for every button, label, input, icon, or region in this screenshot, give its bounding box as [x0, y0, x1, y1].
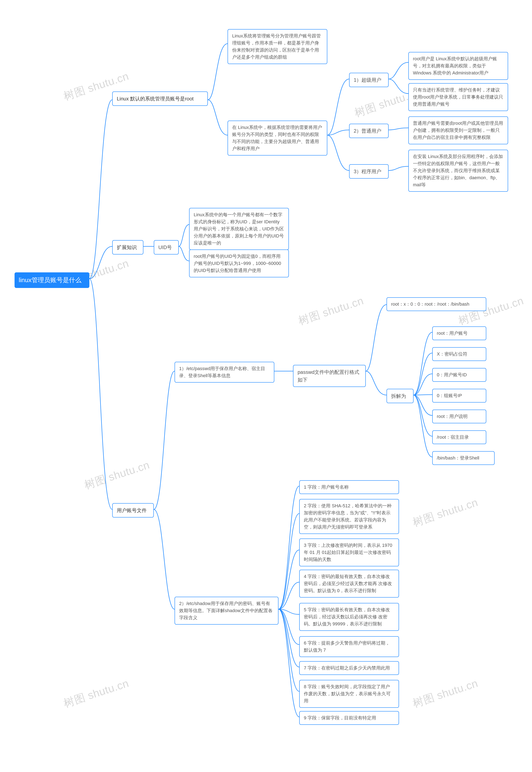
leaf-shadow-s5: 5 字段：密码的最长有效天数，自本次修改密码后，经过该天数以后必须再次修 改密码…: [299, 603, 399, 631]
leaf-passwd-sample: root：x：0：0：root：/root：/bin/bash: [387, 297, 486, 311]
leaf-shadow-s4: 4 字段：密码的最短有效天数，自本次修改密码后，必须至少经过该天数才能再 次修改…: [299, 570, 399, 598]
leaf-passwd-split: 拆解为: [387, 389, 414, 403]
leaf-passwd-p1: root：用户账号: [432, 326, 486, 340]
leaf-uid-d1: Linux系统中的每一个用户账号都有一个数字形式的身份标记，称为UID，是ser…: [189, 208, 289, 250]
leaf-passwd-p5: root：用户说明: [432, 410, 486, 423]
leaf-superuser[interactable]: 1）超级用户: [349, 73, 389, 87]
branch-default-admin[interactable]: Linux 默认的系统管理员账号是root: [112, 91, 208, 106]
watermark: 树图 shutu.cn: [62, 676, 131, 711]
watermark: 树图 shutu.cn: [411, 676, 480, 711]
leaf-a1-c1: Linux系统将管理账号分为管理用户账号跟管理组账号，作用本质一样，都是基于用户…: [228, 29, 327, 64]
leaf-normaluser[interactable]: 2）普通用户: [349, 124, 389, 138]
watermark: 树图 shutu.cn: [297, 293, 366, 328]
leaf-shadow-s6: 6 字段：提前多少天警告用户密码将过期，默认值为 7: [299, 636, 399, 657]
leaf-passwd-p3: 0：用户账号ID: [432, 368, 486, 382]
leaf-shadow-s7: 7 字段：在密码过期之后多少天内禁用此用: [299, 661, 399, 675]
leaf-shadow-s3: 3 字段：上次修改密码的时间，表示从 1970 年 01 月 01起始日算起到最…: [299, 539, 399, 566]
leaf-shadow-s8: 8 字段：账号失效时间，此字段指定了用户作废的天数，默认值为空，表示账号永久可用: [299, 680, 399, 708]
leaf-passwd-p2: X：密码占位符: [432, 347, 486, 361]
root-node[interactable]: linux管理员账号是什么: [15, 272, 89, 288]
leaf-superuser-d1: root用户是 Linux系统中默认的超级用户账号，对主机拥有最高的权限，类似于…: [408, 52, 508, 80]
leaf-shadow-s9: 9 字段：保留字段，目前没有特定用: [299, 711, 399, 725]
leaf-passwd[interactable]: 1）/etc/passwd用于保存用户名称、宿主目录、登录Shell等基本信息: [175, 362, 274, 382]
leaf-passwd-fmt: passwd文件中的配置行格式如下: [293, 365, 366, 387]
leaf-programuser[interactable]: 3）程序用户: [349, 164, 389, 179]
leaf-uid-d2: root用户账号的UID号为固定值0，而程序用户账号的UID号默认为1~999，…: [189, 249, 289, 277]
leaf-passwd-p7: /bin/bash：登录Shell: [432, 451, 495, 465]
branch-extend[interactable]: 扩展知识: [112, 240, 143, 254]
branch-accountfile[interactable]: 用户账号文件: [112, 503, 154, 518]
connector-lines: [0, 0, 532, 772]
leaf-passwd-p6: /root：宿主目录: [432, 431, 486, 444]
leaf-uid[interactable]: UID号: [154, 240, 179, 254]
leaf-a1-c2: 在 Linux系统中，根据系统管理的需要将用户账号分为不同的类型，同时也有不同的…: [228, 121, 327, 155]
watermark: 树图 shutu.cn: [411, 495, 480, 530]
leaf-programuser-d: 在安装 Linux系统及部分应用程序时，会添加一些特定的低权限用户账号，这些用户…: [408, 150, 508, 192]
leaf-shadow-s2: 2 字段：使用 SHA-512，哈希算法中的一种加密的密码字串信息，当为"或"、…: [299, 499, 399, 534]
watermark: 树图 shutu.cn: [83, 458, 151, 492]
leaf-shadow[interactable]: 2）/etc/shadow用于保存用户的密码、账号有效期等信息。下面详解shad…: [175, 597, 278, 625]
leaf-normaluser-d: 普通用户账号需要由root用户或其他管理员用户创建，拥有的权限受到一定限制，一般…: [408, 116, 508, 144]
leaf-superuser-d2: 只有当进行系统管理、维护任务时，才建议使用root用户登录系统，日常事务处理建议…: [408, 83, 508, 111]
leaf-passwd-p4: 0：组账号IP: [432, 389, 486, 403]
leaf-shadow-s1: 1 字段：用户账号名称: [299, 480, 399, 494]
